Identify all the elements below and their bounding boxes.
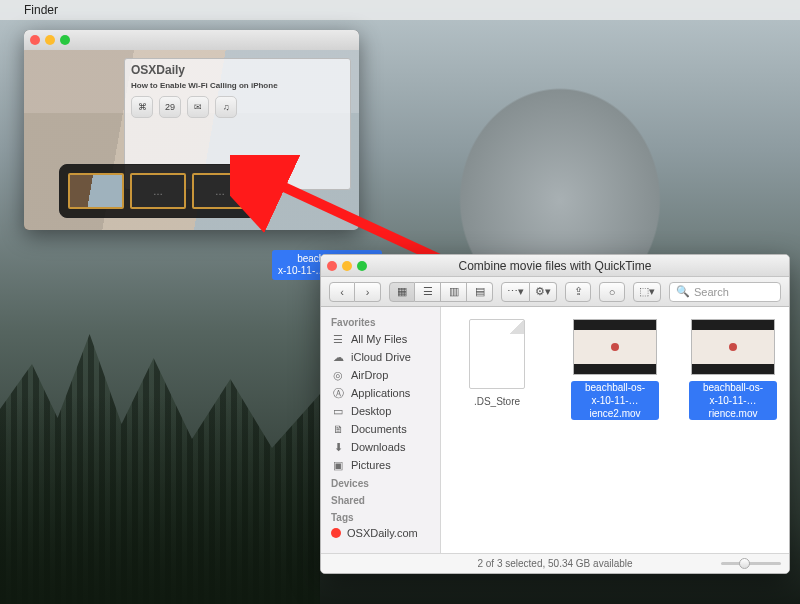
- homescreen-app-icon: ⌘: [131, 96, 153, 118]
- sidebar-tag-osxdaily[interactable]: OSXDaily.com: [321, 525, 440, 541]
- movie-file-icon: [573, 319, 657, 375]
- sidebar-item-downloads[interactable]: ⬇Downloads: [321, 438, 440, 456]
- minimize-icon[interactable]: [342, 261, 352, 271]
- sidebar-item-documents[interactable]: 🗎Documents: [321, 420, 440, 438]
- icon-size-slider[interactable]: [721, 562, 781, 565]
- sidebar-item-applications[interactable]: ⒶApplications: [321, 384, 440, 402]
- finder-titlebar[interactable]: Combine movie files with QuickTime: [321, 255, 789, 277]
- downloads-icon: ⬇: [331, 440, 345, 454]
- sidebar-head-favorites: Favorites: [321, 313, 440, 330]
- quicktime-window[interactable]: OSXDaily How to Enable Wi-Fi Calling on …: [24, 30, 359, 230]
- window-controls[interactable]: [327, 261, 367, 271]
- sidebar-item-icloud[interactable]: ☁iCloud Drive: [321, 348, 440, 366]
- document-icon: [469, 319, 525, 389]
- desktop-icon: ▭: [331, 404, 345, 418]
- applications-icon: Ⓐ: [331, 386, 345, 400]
- sidebar-head-devices: Devices: [321, 474, 440, 491]
- wallpaper-trees: [0, 304, 320, 604]
- search-icon: 🔍: [676, 285, 690, 298]
- homescreen-app-icon: ✉: [187, 96, 209, 118]
- homescreen-app-icon: ♫: [215, 96, 237, 118]
- clip-thumbnail[interactable]: [68, 173, 124, 209]
- tags-button[interactable]: ○: [599, 282, 625, 302]
- search-input[interactable]: 🔍 Search: [669, 282, 781, 302]
- sidebar-item-airdrop[interactable]: ◎AirDrop: [321, 366, 440, 384]
- zoom-icon[interactable]: [60, 35, 70, 45]
- clip-placeholder[interactable]: …: [130, 173, 186, 209]
- zoom-icon[interactable]: [357, 261, 367, 271]
- quicktime-titlebar[interactable]: [24, 30, 359, 50]
- sidebar-item-all-my-files[interactable]: ☰All My Files: [321, 330, 440, 348]
- documents-icon: 🗎: [331, 422, 345, 436]
- quicktime-video-canvas[interactable]: OSXDaily How to Enable Wi-Fi Calling on …: [24, 50, 359, 230]
- close-icon[interactable]: [327, 261, 337, 271]
- finder-sidebar: Favorites ☰All My Files ☁iCloud Drive ◎A…: [321, 307, 441, 553]
- menu-bar: Finder: [0, 0, 800, 20]
- file-beachball-1[interactable]: beachball-os-x-10-11-…ience2.mov: [571, 319, 659, 420]
- file-label: beachball-os-x-10-11-…rience.mov: [689, 381, 777, 420]
- airdrop-icon: ◎: [331, 368, 345, 382]
- finder-content[interactable]: .DS_Store beachball-os-x-10-11-…ience2.m…: [441, 307, 789, 553]
- file-beachball-2[interactable]: beachball-os-x-10-11-…rience.mov: [689, 319, 777, 420]
- icloud-icon: ☁: [331, 350, 345, 364]
- sidebar-head-tags: Tags: [321, 508, 440, 525]
- finder-toolbar: ‹ › ▦ ☰ ▥ ▤ ⋯▾ ⚙▾ ⇪ ○ ⬚▾ 🔍 Search: [321, 277, 789, 307]
- site-logo: OSXDaily: [131, 63, 344, 77]
- finder-status-bar: 2 of 3 selected, 50.34 GB available: [321, 553, 789, 573]
- all-files-icon: ☰: [331, 332, 345, 346]
- finder-title-text: Combine movie files with QuickTime: [459, 259, 652, 273]
- clip-placeholder[interactable]: …: [192, 173, 248, 209]
- finder-window[interactable]: Combine movie files with QuickTime ‹ › ▦…: [320, 254, 790, 574]
- view-icons-button[interactable]: ▦: [389, 282, 415, 302]
- tag-red-icon: [331, 528, 341, 538]
- article-headline: How to Enable Wi-Fi Calling on iPhone: [131, 81, 344, 90]
- pictures-icon: ▣: [331, 458, 345, 472]
- status-text: 2 of 3 selected, 50.34 GB available: [477, 558, 632, 569]
- minimize-icon[interactable]: [45, 35, 55, 45]
- view-columns-button[interactable]: ▥: [441, 282, 467, 302]
- view-list-button[interactable]: ☰: [415, 282, 441, 302]
- share-button[interactable]: ⇪: [565, 282, 591, 302]
- movie-file-icon: [691, 319, 775, 375]
- homescreen-calendar-icon: 29: [159, 96, 181, 118]
- window-controls[interactable]: [30, 35, 70, 45]
- file-label: beachball-os-x-10-11-…ience2.mov: [571, 381, 659, 420]
- arrange-button[interactable]: ⋯▾: [501, 282, 530, 302]
- file-label: .DS_Store: [474, 395, 520, 408]
- menubar-app-name[interactable]: Finder: [24, 3, 58, 17]
- slider-knob[interactable]: [739, 558, 750, 569]
- search-placeholder: Search: [694, 286, 729, 298]
- quicktime-clip-tray[interactable]: … …: [59, 164, 257, 218]
- sidebar-item-desktop[interactable]: ▭Desktop: [321, 402, 440, 420]
- file-ds-store[interactable]: .DS_Store: [453, 319, 541, 408]
- close-icon[interactable]: [30, 35, 40, 45]
- sidebar-item-pictures[interactable]: ▣Pictures: [321, 456, 440, 474]
- forward-button[interactable]: ›: [355, 282, 381, 302]
- back-button[interactable]: ‹: [329, 282, 355, 302]
- sidebar-head-shared: Shared: [321, 491, 440, 508]
- action-button[interactable]: ⚙▾: [530, 282, 557, 302]
- dropbox-button[interactable]: ⬚▾: [633, 282, 661, 302]
- view-coverflow-button[interactable]: ▤: [467, 282, 493, 302]
